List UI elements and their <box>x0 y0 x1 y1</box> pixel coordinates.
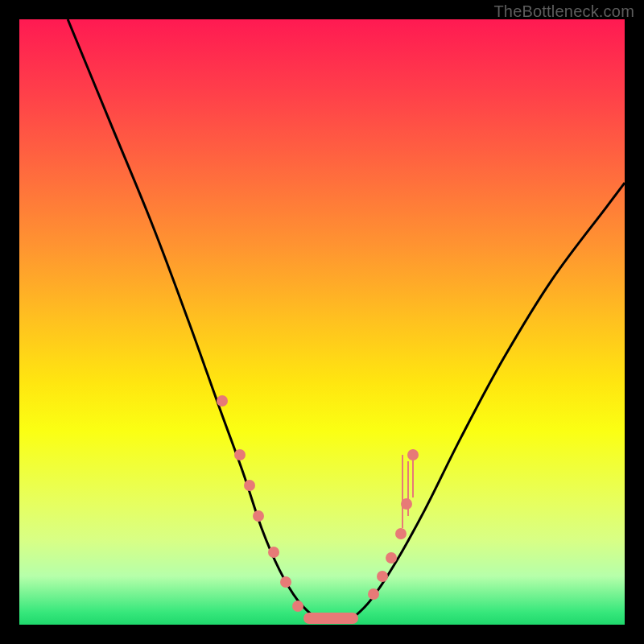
data-marker <box>292 601 303 612</box>
data-marker <box>234 449 246 460</box>
data-marker <box>386 552 397 564</box>
data-marker <box>253 510 264 522</box>
data-marker <box>407 449 419 460</box>
data-marker <box>280 576 291 588</box>
data-marker <box>368 588 379 600</box>
spike <box>402 455 403 527</box>
data-marker <box>395 528 407 539</box>
curves-svg <box>19 19 625 625</box>
chart-frame: TheBottleneck.com <box>0 0 644 644</box>
data-marker <box>244 480 255 491</box>
valley-flat-marker <box>303 613 358 624</box>
data-marker <box>377 571 388 582</box>
watermark-text: TheBottleneck.com <box>493 2 634 21</box>
data-marker <box>217 395 228 407</box>
left-curve <box>68 19 316 618</box>
data-marker <box>268 547 279 558</box>
chart-plot-area <box>19 19 625 625</box>
data-marker <box>401 498 412 510</box>
